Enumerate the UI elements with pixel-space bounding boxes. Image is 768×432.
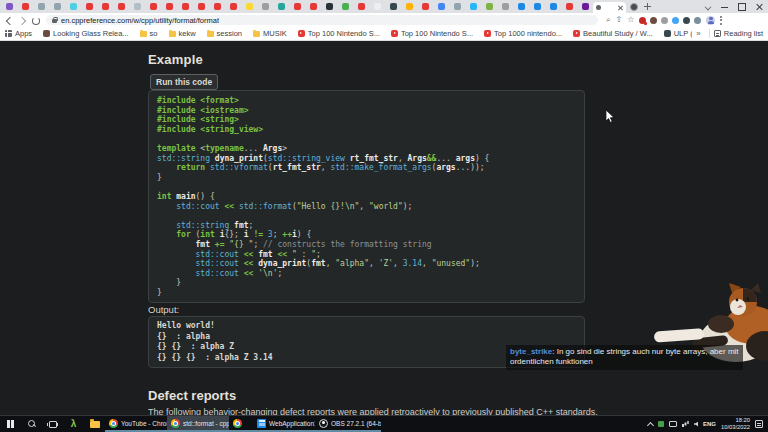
tab-favicon[interactable] xyxy=(118,3,125,10)
network-icon[interactable] xyxy=(682,421,689,427)
taskbar-app-label: OBS 27.2.1 (64-bit, ... xyxy=(331,420,381,427)
tab-search-chevron-icon[interactable] xyxy=(700,0,717,13)
volume-icon[interactable] xyxy=(694,422,698,427)
tab-favicon[interactable] xyxy=(278,3,285,10)
action-center-icon[interactable] xyxy=(755,420,763,428)
tab-favicon[interactable] xyxy=(486,3,493,10)
tab-favicon[interactable] xyxy=(518,3,525,10)
profile-avatar[interactable] xyxy=(706,16,715,25)
browser-menu-icon[interactable] xyxy=(720,16,723,25)
reload-icon[interactable] xyxy=(30,15,41,26)
taskbar-app-button[interactable]: WebApplication11... xyxy=(253,416,315,432)
clock[interactable]: 18:20 10/03/2022 xyxy=(721,417,750,430)
tab-favicon[interactable] xyxy=(102,3,109,10)
window-minimize-button[interactable] xyxy=(717,0,734,13)
tab-favicon[interactable] xyxy=(6,3,13,10)
tab-favicon[interactable] xyxy=(262,3,269,10)
start-button[interactable] xyxy=(0,416,21,432)
bookmark-item[interactable]: Top 100 Nintendo S... xyxy=(298,29,380,38)
taskbar-search-button[interactable] xyxy=(21,416,42,432)
bookmark-item[interactable]: session xyxy=(207,29,242,38)
extension-icon[interactable] xyxy=(650,17,657,24)
tab-favicon[interactable] xyxy=(54,3,61,10)
tab-favicon[interactable] xyxy=(310,3,317,10)
bookmark-label: Apps xyxy=(15,29,32,38)
tab-favicon[interactable] xyxy=(230,3,237,10)
display-icon[interactable] xyxy=(669,421,677,427)
language-indicator[interactable]: ENG xyxy=(703,421,716,427)
tab-close-icon[interactable] xyxy=(617,5,623,11)
task-view-button[interactable] xyxy=(42,416,63,432)
tab-favicon[interactable] xyxy=(550,3,557,10)
tray-app-icon[interactable] xyxy=(658,421,664,427)
search-icon xyxy=(28,420,36,428)
bookmark-item[interactable]: Top 1000 nintendo... xyxy=(484,29,562,38)
tab-favicon[interactable] xyxy=(182,3,189,10)
share-icon[interactable]: ⇪ xyxy=(615,15,622,25)
tab-favicon-extra[interactable] xyxy=(630,3,638,11)
tab-favicon[interactable] xyxy=(326,3,333,10)
back-icon[interactable] xyxy=(4,15,15,26)
tab-favicon[interactable] xyxy=(294,3,301,10)
tab-favicon[interactable] xyxy=(566,3,573,10)
tab-favicon[interactable] xyxy=(166,3,173,10)
bookmark-item[interactable]: Top 100 Nintendo S... xyxy=(391,29,473,38)
tab-favicon[interactable] xyxy=(534,3,541,10)
extension-icon[interactable] xyxy=(661,17,668,24)
bookmarks-overflow-icon[interactable]: » xyxy=(692,29,704,38)
tab-favicon[interactable] xyxy=(406,3,413,10)
tab-favicon[interactable] xyxy=(438,3,445,10)
file-explorer-button[interactable] xyxy=(84,416,105,432)
tab-favicon[interactable] xyxy=(374,3,381,10)
bookmark-star-icon[interactable]: ☆ xyxy=(627,15,634,25)
tab-favicon[interactable] xyxy=(70,3,77,10)
bookmark-item[interactable]: Beautiful Study / W... xyxy=(573,29,653,38)
tab-favicon[interactable] xyxy=(358,3,365,10)
bookmark-item[interactable]: kekw xyxy=(169,29,196,38)
tab-favicon[interactable] xyxy=(198,3,205,10)
tab-favicon[interactable] xyxy=(22,3,29,10)
bookmark-item[interactable]: Looking Glass Relea... xyxy=(43,29,128,38)
bookmark-item[interactable]: Apps xyxy=(5,29,32,38)
tab-favicon[interactable] xyxy=(134,3,141,10)
forward-icon[interactable] xyxy=(17,15,28,26)
tab-favicon[interactable] xyxy=(390,3,397,10)
bookmark-item[interactable]: ULP (ESP32) - a sim... xyxy=(664,29,693,38)
bookmark-item[interactable]: so xyxy=(140,29,158,38)
active-tab[interactable] xyxy=(593,2,626,13)
window-maximize-button[interactable] xyxy=(734,0,751,13)
active-tab-favicon xyxy=(596,5,601,10)
tab-favicon[interactable] xyxy=(582,3,589,10)
lambda-app-button[interactable]: λ xyxy=(63,416,84,432)
extension-icon[interactable] xyxy=(683,17,690,24)
taskbar-app-button[interactable]: std::format - cppref... xyxy=(167,416,229,432)
address-bar[interactable]: en.cppreference.com/w/cpp/utility/format… xyxy=(46,15,598,25)
tab-favicon[interactable] xyxy=(454,3,461,10)
bookmark-label: MUSIK xyxy=(263,29,287,38)
tab-favicon[interactable] xyxy=(342,3,349,10)
windows-taskbar: λ YouTube - Chromi...std::format - cppre… xyxy=(0,415,768,432)
tab-favicon[interactable] xyxy=(502,3,509,10)
tray-expand-icon[interactable] xyxy=(647,421,653,427)
bookmark-item[interactable]: MUSIK xyxy=(253,29,287,38)
new-tab-button[interactable] xyxy=(643,2,652,11)
extension-icon[interactable] xyxy=(672,17,679,24)
extension-icon[interactable] xyxy=(639,17,646,24)
tab-favicon[interactable] xyxy=(150,3,157,10)
mouse-cursor xyxy=(606,110,615,123)
run-this-code-button[interactable]: Run this code xyxy=(150,74,218,90)
tab-favicon[interactable] xyxy=(86,3,93,10)
code-line: std::string fmt; xyxy=(157,221,576,231)
tab-favicon[interactable] xyxy=(214,3,221,10)
reading-list-button[interactable]: Reading list xyxy=(714,29,763,38)
window-close-button[interactable] xyxy=(751,0,768,13)
tab-favicon[interactable] xyxy=(38,3,45,10)
tab-favicon[interactable] xyxy=(246,3,253,10)
tab-favicon[interactable] xyxy=(470,3,477,10)
extension-icon[interactable] xyxy=(694,17,701,24)
taskbar-app-button[interactable]: YouTube - Chromi... xyxy=(105,416,167,432)
taskbar-app-button[interactable] xyxy=(229,416,253,432)
tab-favicon[interactable] xyxy=(422,3,429,10)
zoom-icon[interactable]: ⌕ xyxy=(606,15,610,25)
taskbar-app-button[interactable]: OBS 27.2.1 (64-bit, ... xyxy=(315,416,381,432)
